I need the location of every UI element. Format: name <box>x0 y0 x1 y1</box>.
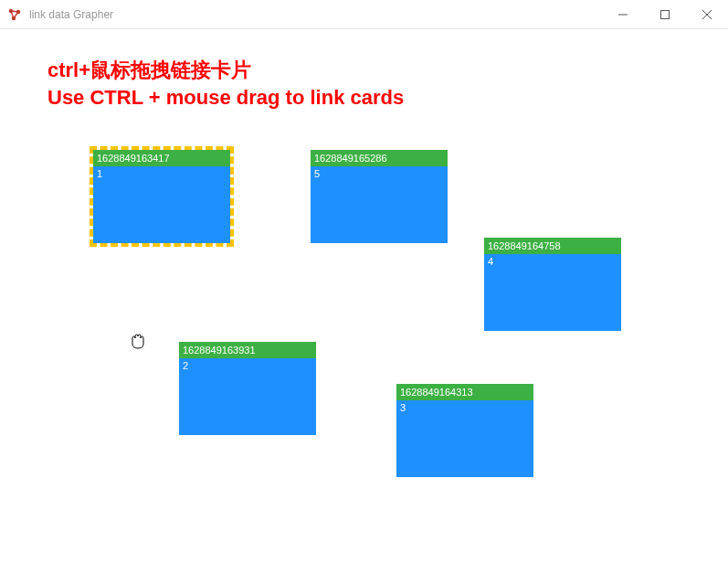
hint-line-en: Use CTRL + mouse drag to link cards <box>47 84 404 112</box>
card-header[interactable]: 1628849164758 <box>484 238 621 254</box>
window-close-button[interactable] <box>686 0 728 29</box>
card-node[interactable]: 16288491643133 <box>396 384 533 477</box>
hint-text: ctrl+鼠标拖拽链接卡片 Use CTRL + mouse drag to l… <box>47 57 404 111</box>
card-header[interactable]: 1628849164313 <box>396 384 533 400</box>
card-node[interactable]: 16288491647584 <box>484 238 621 331</box>
card-header[interactable]: 1628849163931 <box>179 342 316 358</box>
card-body[interactable]: 1 <box>93 166 230 181</box>
card-body[interactable]: 5 <box>311 166 448 181</box>
card-node[interactable]: 16288491634171 <box>93 150 230 243</box>
card-body[interactable]: 4 <box>484 254 621 269</box>
app-icon <box>7 7 22 22</box>
window-titlebar: link data Grapher <box>0 0 728 29</box>
grab-cursor-icon <box>130 332 146 350</box>
window-maximize-button[interactable] <box>644 0 686 29</box>
card-node[interactable]: 16288491652865 <box>311 150 448 243</box>
card-body[interactable]: 3 <box>396 400 533 415</box>
svg-rect-7 <box>661 10 670 18</box>
graph-canvas[interactable]: ctrl+鼠标拖拽链接卡片 Use CTRL + mouse drag to l… <box>0 29 728 574</box>
hint-line-cn: ctrl+鼠标拖拽链接卡片 <box>47 57 404 84</box>
card-body[interactable]: 2 <box>179 358 316 373</box>
window-minimize-button[interactable] <box>602 0 644 29</box>
card-header[interactable]: 1628849163417 <box>93 150 230 166</box>
window-title: link data Grapher <box>29 8 113 21</box>
svg-line-5 <box>14 12 18 18</box>
card-node[interactable]: 16288491639312 <box>179 342 316 435</box>
card-header[interactable]: 1628849165286 <box>311 150 448 166</box>
